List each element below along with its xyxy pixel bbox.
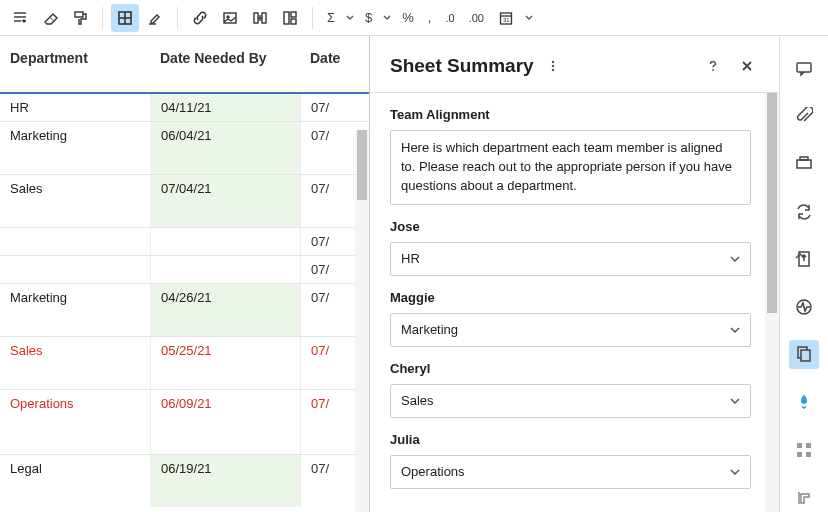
format-icon[interactable] (789, 482, 819, 512)
thousands-button[interactable]: , (422, 4, 438, 32)
link-button[interactable] (186, 4, 214, 32)
chevron-down-icon (730, 325, 740, 335)
cell-date-needed[interactable]: 04/11/21 (150, 94, 300, 121)
svg-point-21 (551, 65, 553, 67)
column-header-department[interactable]: Department (0, 36, 150, 92)
sigma-dropdown[interactable] (343, 4, 357, 32)
cell-date-needed[interactable]: 05/25/21 (150, 337, 300, 389)
refresh-icon[interactable] (789, 197, 819, 227)
cell-department[interactable] (0, 228, 150, 255)
cell-date-needed[interactable]: 06/04/21 (150, 122, 300, 174)
date-format-button[interactable]: 31 (492, 4, 520, 32)
column-header-date-needed[interactable]: Date Needed By (150, 36, 300, 92)
sheet-summary-icon[interactable] (789, 340, 819, 370)
svg-rect-34 (806, 443, 811, 448)
svg-rect-33 (797, 443, 802, 448)
percent-button[interactable]: % (396, 4, 420, 32)
sigma-button[interactable]: Σ (321, 4, 341, 32)
date-format-dropdown[interactable] (522, 4, 536, 32)
cell-department[interactable]: Legal (0, 455, 150, 507)
brandfolder-icon[interactable] (789, 387, 819, 417)
svg-rect-14 (284, 12, 289, 24)
cell-date-needed[interactable] (150, 228, 300, 255)
cell-department[interactable]: Sales (0, 175, 150, 227)
svg-text:31: 31 (503, 17, 510, 23)
wrap-text-button[interactable] (6, 4, 34, 32)
toolbar: Σ $ % , .0 .00 31 (0, 0, 828, 36)
cell-department[interactable] (0, 256, 150, 283)
svg-rect-16 (291, 19, 296, 24)
team-alignment-text[interactable]: Here is which department each team membe… (390, 130, 751, 205)
apps-icon[interactable] (789, 435, 819, 465)
table-row[interactable]: 07/ (0, 255, 369, 283)
help-button[interactable] (701, 54, 725, 78)
chevron-down-icon (730, 254, 740, 264)
table-row[interactable]: Sales07/04/2107/ (0, 174, 369, 227)
cell-department[interactable]: Sales (0, 337, 150, 389)
svg-rect-10 (254, 13, 258, 23)
svg-rect-28 (800, 157, 808, 160)
cell-department[interactable]: Operations (0, 390, 150, 454)
svg-point-23 (712, 69, 714, 71)
proofs-icon[interactable] (789, 149, 819, 179)
insert-row-button[interactable] (246, 4, 274, 32)
cell-date-needed[interactable]: 07/04/21 (150, 175, 300, 227)
spreadsheet-grid[interactable]: Department Date Needed By Date HR04/11/2… (0, 36, 370, 512)
cell-date-needed[interactable] (150, 256, 300, 283)
table-row[interactable]: Marketing04/26/2107/ (0, 283, 369, 336)
grid-header-row: Department Date Needed By Date (0, 36, 369, 94)
currency-button[interactable]: $ (359, 4, 378, 32)
table-row[interactable]: Legal06/19/2107/ (0, 454, 369, 507)
cell-date-needed[interactable]: 04/26/21 (150, 284, 300, 336)
table-row[interactable]: Sales05/25/2107/ (0, 336, 369, 389)
svg-rect-26 (797, 63, 811, 72)
person-label: Jose (390, 219, 751, 234)
right-rail (780, 36, 828, 512)
person-department-select[interactable]: Operations (390, 455, 751, 489)
cell-department[interactable]: HR (0, 94, 150, 121)
close-panel-button[interactable] (735, 54, 759, 78)
panel-menu-button[interactable] (546, 59, 560, 73)
image-button[interactable] (216, 4, 244, 32)
activity-icon[interactable] (789, 292, 819, 322)
svg-rect-15 (291, 12, 296, 17)
person-label: Julia (390, 432, 751, 447)
svg-rect-3 (75, 12, 83, 17)
cell-department[interactable]: Marketing (0, 284, 150, 336)
svg-rect-35 (797, 452, 802, 457)
select-value: Operations (401, 464, 465, 479)
collapse-toolbar-button[interactable] (786, 242, 814, 270)
table-row[interactable]: Marketing06/04/2107/ (0, 121, 369, 174)
chevron-down-icon (730, 467, 740, 477)
currency-dropdown[interactable] (380, 4, 394, 32)
cell-department[interactable]: Marketing (0, 122, 150, 174)
column-header-date[interactable]: Date (300, 36, 369, 92)
cell-date-needed[interactable]: 06/19/21 (150, 455, 300, 507)
decrease-decimal-button[interactable]: .0 (439, 4, 460, 32)
format-painter-button[interactable] (66, 4, 94, 32)
borders-button[interactable] (111, 4, 139, 32)
panel-scrollbar[interactable] (765, 93, 779, 512)
person-department-select[interactable]: Sales (390, 384, 751, 418)
person-label: Maggie (390, 290, 751, 305)
select-value: Marketing (401, 322, 458, 337)
grid-scrollbar[interactable] (355, 130, 369, 512)
cell-date-needed[interactable]: 06/09/21 (150, 390, 300, 454)
comments-icon[interactable] (789, 54, 819, 84)
attachments-icon[interactable] (789, 102, 819, 132)
toolbar-separator (102, 7, 103, 29)
insert-column-button[interactable] (276, 4, 304, 32)
eraser-button[interactable] (36, 4, 64, 32)
table-row[interactable]: HR04/11/2107/ (0, 94, 369, 121)
table-row[interactable]: Operations06/09/2107/ (0, 389, 369, 454)
person-department-select[interactable]: Marketing (390, 313, 751, 347)
svg-point-20 (551, 61, 553, 63)
table-row[interactable]: 07/ (0, 227, 369, 255)
svg-rect-11 (262, 13, 266, 23)
cell-date[interactable]: 07/ (300, 94, 369, 121)
increase-decimal-button[interactable]: .00 (463, 4, 490, 32)
svg-point-22 (551, 69, 553, 71)
person-department-select[interactable]: HR (390, 242, 751, 276)
highlight-button[interactable] (141, 4, 169, 32)
svg-point-9 (227, 16, 229, 18)
